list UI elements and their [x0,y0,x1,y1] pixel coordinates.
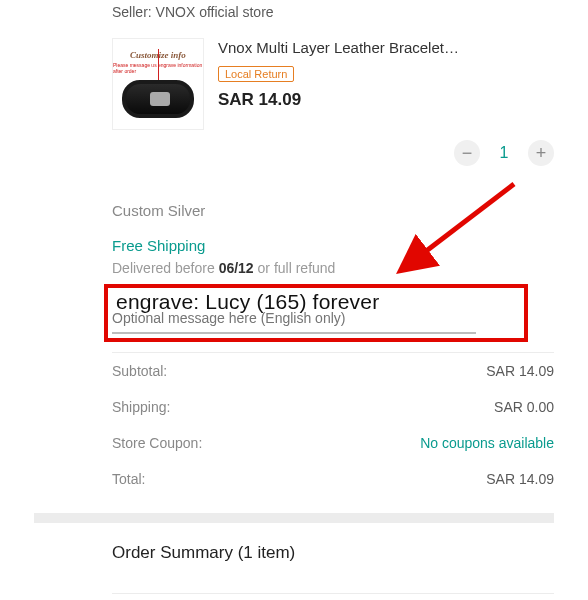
free-shipping-label: Free Shipping [112,237,554,254]
row-label: Subtotal: [112,363,167,379]
row-label: Total: [112,471,145,487]
qty-plus-button[interactable]: + [528,140,554,166]
variant-label: Custom Silver [34,176,554,237]
row-value[interactable]: No coupons available [420,435,554,451]
delivery-line: Delivered before 06/12 or full refund [112,260,554,276]
row-label: Store Coupon: [112,435,202,451]
product-thumbnail[interactable]: Customize info Please message us engrave… [112,38,204,130]
deliv-suffix: or full refund [258,260,336,276]
order-subtotal-row: Subtotal: SAR 14.09 [112,594,554,600]
store-subtotal-row: Subtotal: SAR 14.09 [112,353,554,389]
qty-minus-button[interactable]: − [454,140,480,166]
engrave-overlay-text: engrave: Lucy (165) forever [116,290,379,314]
seller-line: Seller: VNOX official store [34,0,554,30]
seller-name[interactable]: VNOX official store [156,4,274,20]
product-price: SAR 14.09 [218,90,554,110]
bracelet-icon [122,80,194,118]
deliv-date: 06/12 [219,260,254,276]
local-return-badge: Local Return [218,66,294,82]
order-summary-title: Order Summary (1 item) [34,523,554,575]
seller-prefix: Seller: [112,4,152,20]
shipping-block[interactable]: Free Shipping Delivered before 06/12 or … [34,237,554,292]
engrave-section: engrave: Lucy (165) forever [34,292,554,334]
section-separator [34,513,554,523]
row-value: SAR 14.09 [486,471,554,487]
store-total-row: Total: SAR 14.09 [112,461,554,497]
product-row: Customize info Please message us engrave… [34,30,554,134]
row-value: SAR 14.09 [486,363,554,379]
product-title[interactable]: Vnox Multi Layer Leather Bracelet… [218,38,554,58]
product-info: Vnox Multi Layer Leather Bracelet… Local… [218,38,554,130]
quantity-stepper: − 1 + [34,134,554,176]
deliv-prefix: Delivered before [112,260,215,276]
store-shipping-row: Shipping: SAR 0.00 [112,389,554,425]
row-value: SAR 0.00 [494,399,554,415]
store-coupon-row[interactable]: Store Coupon: No coupons available [112,425,554,461]
qty-value: 1 [498,144,510,162]
row-label: Shipping: [112,399,170,415]
